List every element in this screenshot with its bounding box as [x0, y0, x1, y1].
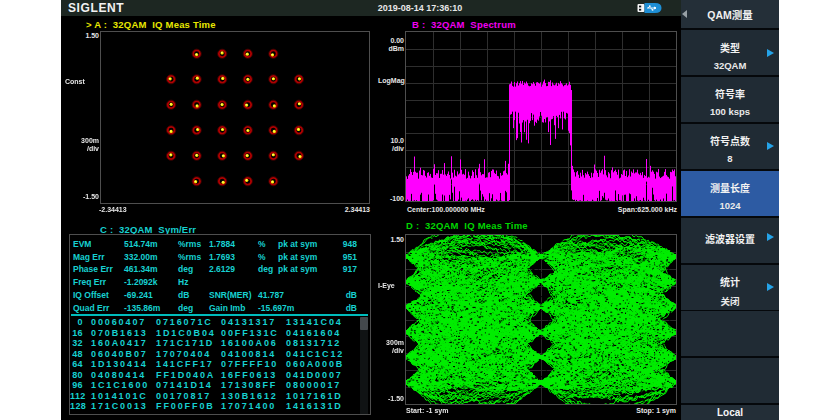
- menu-item-label: 类型: [681, 40, 779, 55]
- hex-word: 1D130414: [91, 359, 148, 369]
- panel-d-plot: [405, 234, 677, 405]
- panel-a-axis-name: Const: [65, 78, 85, 85]
- hex-row-index: 96: [70, 380, 83, 390]
- menu-item-测量长度[interactable]: 测量长度1024: [681, 171, 779, 216]
- trace-letter: A :: [94, 19, 107, 30]
- menu-header[interactable]: QAM测量: [681, 0, 779, 28]
- measurement-cell: dB: [346, 290, 357, 300]
- trace-letter: D :: [406, 220, 419, 231]
- instrument-screen: SIGLENT 2019-08-14 17:36:10 > A : 32QAM …: [61, 0, 779, 420]
- measurement-cell: SNR(MER): [209, 290, 252, 300]
- measurement-cell: 514.74m: [124, 239, 158, 249]
- top-status-bar: SIGLENT 2019-08-14 17:36:10: [61, 0, 681, 16]
- menu-item-label: 滤波器设置: [681, 231, 779, 246]
- hex-word: 1017161D: [286, 391, 343, 401]
- hex-word: 130B1612: [221, 391, 278, 401]
- hex-row-index: 0: [70, 317, 83, 327]
- hex-word: 141CFF17: [156, 359, 214, 369]
- trace-title-text: 32QAM IQ Meas Time: [425, 220, 528, 231]
- measurement-cell: Gain Imb: [209, 303, 245, 313]
- hex-word: 00060407: [91, 317, 146, 327]
- hex-word: FF1D040A: [156, 370, 215, 380]
- measurement-cell: 951: [343, 252, 357, 262]
- hex-word: 13141C04: [286, 317, 343, 327]
- panel-d-ymax-label: 1.50: [376, 236, 404, 243]
- measurement-cell: pk at sym: [278, 252, 317, 262]
- panel-d-axis-name: I-Eye: [378, 282, 395, 289]
- measurement-cell: -135.86m: [124, 303, 160, 313]
- hex-word: 171308FF: [221, 380, 277, 390]
- menu-item-empty-6[interactable]: [681, 311, 779, 356]
- measurement-cell: Freq Err: [73, 277, 106, 287]
- spectrum-canvas: [406, 32, 676, 201]
- menu-item-value: 关闭: [681, 294, 779, 308]
- panel-b-scale-unit: /div: [376, 145, 404, 152]
- panel-a-ymax-label: 1.50: [71, 32, 99, 39]
- scrollbar-track[interactable]: [360, 317, 368, 414]
- hex-word: 08131712: [286, 338, 341, 348]
- panel-a-scale-unit: /div: [71, 145, 99, 152]
- local-button-label: Local: [681, 407, 779, 418]
- trace-title-text: 32QAM IQ Meas Time: [113, 19, 216, 30]
- hex-word: 07141D14: [156, 380, 213, 390]
- menu-item-类型[interactable]: 类型32QAM: [681, 30, 779, 75]
- menu-item-label: 统计: [681, 274, 779, 289]
- panel-d-scale-unit: /div: [376, 347, 404, 354]
- screenshot-canvas: SIGLENT 2019-08-14 17:36:10 > A : 32QAM …: [0, 0, 840, 420]
- hex-word: 171C0013: [91, 401, 148, 411]
- hex-word: 17071400: [221, 401, 276, 411]
- hex-word: 16100A06: [221, 338, 278, 348]
- hex-word: 04161604: [286, 328, 341, 338]
- menu-item-符号点数[interactable]: 符号点数8: [681, 124, 779, 169]
- measurement-cell: Quad Err: [73, 303, 109, 313]
- measurement-cell: deg: [178, 264, 193, 274]
- hex-row-index: 64: [70, 359, 83, 369]
- menu-item-符号率[interactable]: 符号率100 ksps: [681, 77, 779, 122]
- usb-device-icon: [637, 2, 662, 14]
- hex-word: 041C1C12: [286, 349, 344, 359]
- panel-a-ymin-label: -1.50: [71, 193, 99, 200]
- panel-b-axis-name: LogMag: [378, 77, 405, 84]
- menu-item-label: 符号率: [681, 86, 779, 101]
- menu-header-label: QAM测量: [681, 7, 779, 22]
- scrollbar-thumb[interactable]: [360, 317, 368, 330]
- hex-word: 1416131D: [286, 401, 343, 411]
- measurement-cell: pk at sym: [278, 264, 317, 274]
- measurement-cell: %rms: [178, 252, 201, 262]
- hex-word: 0716071C: [156, 317, 213, 327]
- eye-diagram-canvas: [406, 235, 676, 404]
- hex-row-index: 32: [70, 338, 83, 348]
- local-button[interactable]: Local: [681, 405, 779, 420]
- panel-a-scale-label: 300m: [71, 137, 99, 144]
- hex-row-index: 80: [70, 370, 83, 380]
- measurement-cell: pk at sym: [278, 239, 317, 249]
- hex-word: 04131317: [221, 317, 276, 327]
- menu-item-value: 32QAM: [681, 60, 779, 71]
- hex-row-index: 48: [70, 349, 83, 359]
- measurement-cell: deg: [178, 303, 193, 313]
- measurement-cell: EVM: [73, 239, 91, 249]
- menu-item-label: 符号点数: [681, 133, 779, 148]
- active-trace-marker: >: [86, 19, 92, 30]
- panel-d-ymin-label: -1.50: [376, 395, 404, 402]
- panel-b-plot: [405, 31, 677, 202]
- measurement-cell: dB: [178, 290, 189, 300]
- datetime-display: 2019-08-14 17:36:10: [61, 3, 779, 13]
- measurement-cell: 2.6129: [209, 264, 235, 274]
- hex-word: 00170817: [156, 391, 211, 401]
- measurement-cell: -1.2092k: [124, 277, 158, 287]
- measurement-cell: 41.787: [258, 290, 284, 300]
- menu-item-value: 1024: [681, 200, 779, 211]
- menu-item-empty-7[interactable]: [681, 358, 779, 403]
- measurement-cell: Mag Err: [73, 252, 105, 262]
- measurement-cell: dB: [346, 303, 357, 313]
- menu-item-统计[interactable]: 统计关闭: [681, 265, 779, 310]
- panel-d-title: D : 32QAM IQ Meas Time: [406, 220, 528, 231]
- hex-word: 041D0007: [286, 370, 343, 380]
- measurement-cell: 1.7693: [209, 252, 235, 262]
- menu-item-滤波器设置[interactable]: 滤波器设置: [681, 218, 779, 263]
- panel-c-table: EVM514.74m%rms1.7884%pk at sym948Mag Err…: [69, 234, 371, 415]
- hex-row-index: 16: [70, 328, 83, 338]
- panel-a-xmin-label: -2.34413: [99, 206, 127, 213]
- panel-b-center-label: Center:100.000000 MHz: [407, 206, 485, 213]
